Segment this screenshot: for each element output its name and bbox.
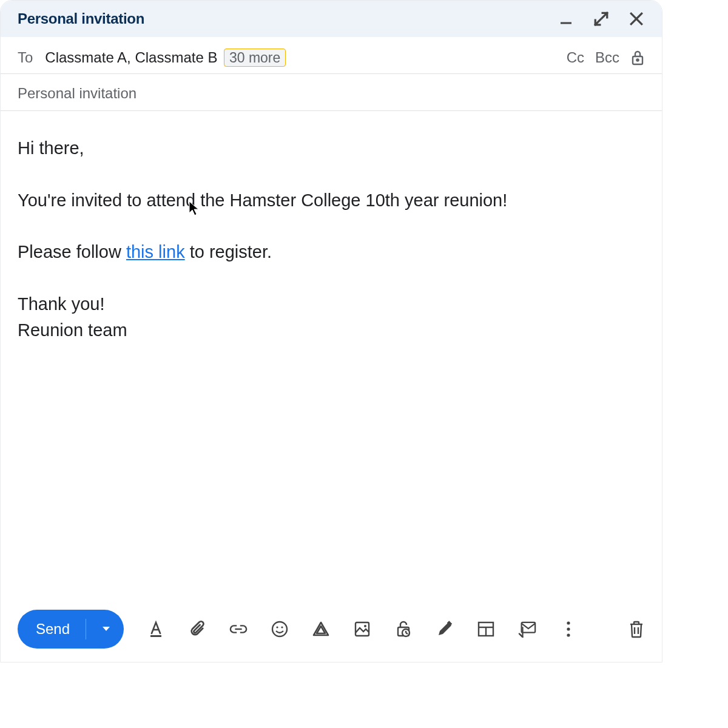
body-line-1: You're invited to attend the Hamster Col… [18,187,645,214]
svg-point-9 [276,626,278,628]
svg-point-23 [567,627,570,630]
svg-rect-11 [356,622,369,636]
send-button[interactable]: Send [18,610,124,649]
window-title: Personal invitation [18,10,144,27]
link-icon[interactable] [229,620,248,638]
more-recipients-pill[interactable]: 30 more [224,49,286,67]
svg-line-16 [406,633,408,634]
insert-image-icon[interactable] [353,620,371,638]
recipients-row[interactable]: To Classmate A, Classmate B 30 more Cc B… [1,37,662,74]
body-line-2: Please follow this link to register. [18,239,645,266]
body-closing: Thank you! Reunion team [18,291,645,344]
svg-point-24 [567,633,570,636]
svg-point-12 [364,625,366,627]
svg-point-4 [636,59,638,61]
text-format-icon[interactable] [147,620,165,638]
layout-icon[interactable] [477,620,495,638]
discard-draft-button[interactable] [628,620,645,638]
cc-button[interactable]: Cc [567,49,584,66]
send-options-icon[interactable] [102,626,110,632]
window-controls [558,10,645,27]
attach-icon[interactable] [188,620,206,638]
confidential-mode-icon[interactable] [394,620,413,638]
recipient-names: Classmate A, Classmate B [45,49,217,66]
compose-header: Personal invitation [1,1,662,37]
email-body[interactable]: Hi there, You're invited to attend the H… [1,111,662,599]
mail-check-icon[interactable] [518,620,536,638]
mouse-cursor-icon [189,201,200,217]
recipients-list[interactable]: Classmate A, Classmate B 30 more [45,49,286,66]
to-label: To [18,49,33,66]
svg-point-10 [281,626,283,628]
compose-toolbar: Send [1,599,662,662]
svg-rect-21 [522,622,536,633]
formatting-toolbar [147,620,578,638]
body-greeting: Hi there, [18,135,645,162]
svg-point-22 [567,621,570,624]
register-link[interactable]: this link [126,242,185,261]
subject-input[interactable]: Personal invitation [1,74,662,111]
emoji-icon[interactable] [271,620,289,638]
svg-point-8 [272,622,287,636]
lock-icon[interactable] [630,50,645,66]
send-divider [86,619,86,639]
drive-icon[interactable] [312,620,330,638]
svg-rect-6 [150,635,161,637]
close-button[interactable] [628,10,645,27]
signature-icon[interactable] [436,620,454,638]
more-options-icon[interactable] [559,620,578,638]
compose-window: Personal invitation To Classmate A, Clas… [0,0,662,662]
bcc-button[interactable]: Bcc [595,49,619,66]
recipient-right-controls: Cc Bcc [567,49,645,66]
expand-button[interactable] [593,10,610,27]
send-label: Send [36,621,70,638]
minimize-button[interactable] [558,10,575,27]
